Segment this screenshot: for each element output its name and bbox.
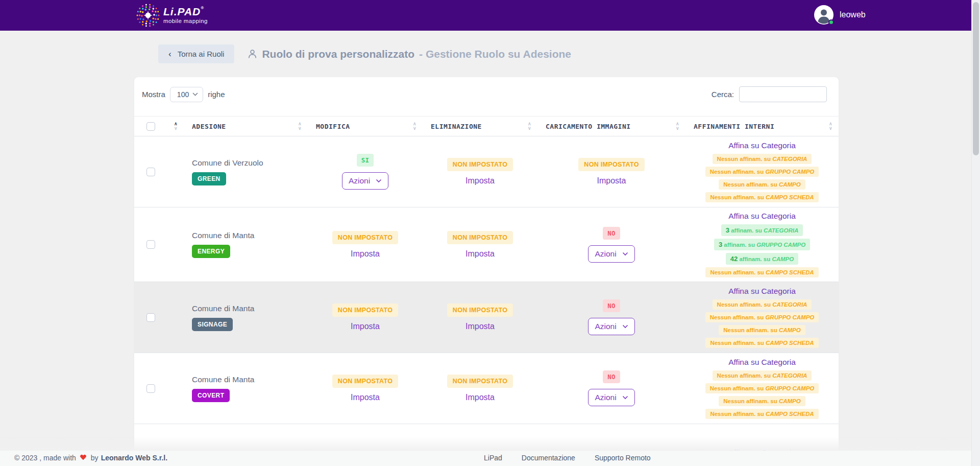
adesione-badge: SIGNAGE <box>192 318 233 331</box>
caricamento-immagini-cell: NO Azioni <box>537 282 685 353</box>
search-input[interactable] <box>739 86 827 102</box>
chevron-down-icon <box>192 92 198 96</box>
affinamenti-badges: 3 affinam. su CATEGORIA3 affinam. su GRU… <box>705 224 818 277</box>
azioni-select[interactable]: Azioni <box>588 245 634 263</box>
chevron-down-icon <box>622 252 628 256</box>
user-menu[interactable]: leoweb <box>814 5 866 25</box>
imposta-link[interactable]: Imposta <box>351 393 380 402</box>
scrollbar-track[interactable] <box>971 0 980 466</box>
back-to-roles-button[interactable]: ‹ Torna ai Ruoli <box>158 44 234 63</box>
eliminazione-cell: NON IMPOSTATO Imposta <box>423 207 537 282</box>
caricamento-immagini-cell: NON IMPOSTATO Imposta <box>537 136 685 207</box>
status-badge: NON IMPOSTATO <box>447 375 513 388</box>
footer-link-documentazione[interactable]: Documentazione <box>522 454 575 462</box>
scrollbar-thumb[interactable] <box>973 2 979 155</box>
select-all-checkbox[interactable] <box>146 122 155 131</box>
table-row: Comune di Manta SIGNAGE NON IMPOSTATO Im… <box>134 282 839 353</box>
rows-per-page-value: 100 <box>177 90 189 99</box>
adesione-badge: COVERT <box>192 389 230 402</box>
status-badge: NON IMPOSTATO <box>332 304 398 317</box>
status-badge: SI <box>357 154 374 167</box>
affina-su-categoria-link[interactable]: Affina su Categoria <box>728 212 796 221</box>
footer-link-lipad[interactable]: LiPad <box>484 454 502 462</box>
status-badge: NON IMPOSTATO <box>332 231 398 244</box>
eliminazione-cell: NON IMPOSTATO Imposta <box>423 353 537 424</box>
modifica-cell: NON IMPOSTATO Imposta <box>308 353 423 424</box>
table-header: ∧∨ ADESIONE ∧∨ MODIFICA ∧∨ ELIMINAZIONE … <box>134 116 839 136</box>
imposta-link[interactable]: Imposta <box>351 322 380 331</box>
header-modifica[interactable]: MODIFICA ∧∨ <box>308 116 423 136</box>
registered-mark: ® <box>201 6 204 10</box>
imposta-link[interactable]: Imposta <box>465 322 495 331</box>
imposta-link[interactable]: Imposta <box>465 249 495 259</box>
table-row: Comune di Manta COVERT NON IMPOSTATO Imp… <box>134 353 839 424</box>
footer-link-supporto-remoto[interactable]: Supporto Remoto <box>595 454 651 462</box>
affinamenti-badges: Nessun affinam. su CATEGORIANessun affin… <box>705 154 819 202</box>
affinamento-badge: 42 affinam. su CAMPO <box>726 253 798 265</box>
logo-subtitle: mobile mapping <box>163 18 208 25</box>
adesione-badge: GREEN <box>192 172 226 185</box>
sort-arrows-icon[interactable]: ∧∨ <box>528 122 531 131</box>
azioni-select[interactable]: Azioni <box>588 318 634 335</box>
chevron-down-icon <box>622 324 628 329</box>
topbar: Li.PAD® mobile mapping leoweb <box>0 0 980 31</box>
header-eliminazione[interactable]: ELIMINAZIONE ∧∨ <box>423 116 537 136</box>
header-select-column[interactable]: ∧∨ <box>134 116 184 136</box>
eliminazione-cell: NON IMPOSTATO Imposta <box>423 282 537 353</box>
online-status-dot <box>828 19 834 25</box>
caricamento-immagini-cell: NO Azioni <box>537 207 685 282</box>
back-button-label: Torna ai Ruoli <box>178 50 225 58</box>
table-controls: Mostra 100 righe Cerca: <box>134 77 839 102</box>
logo-sunburst-icon <box>136 3 160 28</box>
adesione-badge: ENERGY <box>192 245 230 258</box>
rows-per-page-suffix: righe <box>208 90 225 99</box>
status-badge: NO <box>603 370 620 383</box>
sort-arrows-icon[interactable]: ∧∨ <box>174 122 178 131</box>
sort-arrows-icon[interactable]: ∧∨ <box>298 122 302 131</box>
heart-icon <box>80 455 87 461</box>
app-logo[interactable]: Li.PAD® mobile mapping <box>136 3 208 28</box>
azioni-select[interactable]: Azioni <box>588 389 634 406</box>
avatar[interactable] <box>814 5 834 25</box>
page-title-role: Ruolo di prova personalizzato <box>262 48 414 60</box>
row-checkbox[interactable] <box>146 384 155 393</box>
page-header: ‹ Torna ai Ruoli Ruolo di prova personal… <box>158 44 980 63</box>
affinamento-badge: Nessun affinam. su CAMPO <box>719 179 805 190</box>
adesione-name: Comune di Verzuolo <box>192 158 263 168</box>
sort-arrows-icon[interactable]: ∧∨ <box>413 122 416 131</box>
row-checkbox[interactable] <box>146 168 155 176</box>
affinamenti-cell: Affina su Categoria 3 affinam. su CATEGO… <box>685 207 839 282</box>
affina-su-categoria-link[interactable]: Affina su Categoria <box>728 358 796 367</box>
azioni-select[interactable]: Azioni <box>342 172 388 190</box>
affina-su-categoria-link[interactable]: Affina su Categoria <box>728 141 796 150</box>
adesione-name: Comune di Manta <box>192 231 254 240</box>
header-caricamento-immagini[interactable]: CARICAMENTO IMMAGINI ∧∨ <box>537 116 685 136</box>
imposta-link[interactable]: Imposta <box>351 249 380 259</box>
row-checkbox[interactable] <box>146 240 155 249</box>
search-label: Cerca: <box>712 90 734 99</box>
row-checkbox[interactable] <box>146 313 155 322</box>
table-row: Comune di Manta ENERGY NON IMPOSTATO Imp… <box>134 207 839 282</box>
affina-su-categoria-link[interactable]: Affina su Categoria <box>728 287 796 296</box>
affinamento-badge: Nessun affinam. su CATEGORIA <box>713 370 812 381</box>
adesione-name: Comune di Manta <box>192 304 254 313</box>
affinamento-badge: Nessun affinam. su GRUPPO CAMPO <box>705 167 819 177</box>
sort-arrows-icon[interactable]: ∧∨ <box>829 122 832 131</box>
imposta-link[interactable]: Imposta <box>465 393 495 402</box>
azioni-label: Azioni <box>595 393 616 402</box>
modifica-cell: NON IMPOSTATO Imposta <box>308 282 423 353</box>
modifica-cell: SI Azioni <box>308 136 423 207</box>
person-icon <box>248 49 257 59</box>
header-affinamenti-interni[interactable]: AFFINAMENTI INTERNI ∧∨ <box>685 116 839 136</box>
imposta-link[interactable]: Imposta <box>465 176 495 185</box>
header-adesione[interactable]: ADESIONE ∧∨ <box>184 116 308 136</box>
sort-arrows-icon[interactable]: ∧∨ <box>676 122 679 131</box>
footer: © 2023 , made with by Leonardo Web S.r.l… <box>0 451 971 466</box>
affinamento-badge: Nessun affinam. su CAMPO SCHEDA <box>705 192 818 202</box>
rows-per-page-select[interactable]: 100 <box>170 87 203 102</box>
table-card: Mostra 100 righe Cerca: ∧∨ ADESIONE ∧∨ M… <box>134 77 839 466</box>
imposta-link[interactable]: Imposta <box>597 176 626 185</box>
affinamento-badge: Nessun affinam. su CAMPO <box>719 325 805 335</box>
page-title-section: - Gestione Ruolo su Adesione <box>419 48 571 60</box>
status-badge: NON IMPOSTATO <box>578 158 644 171</box>
